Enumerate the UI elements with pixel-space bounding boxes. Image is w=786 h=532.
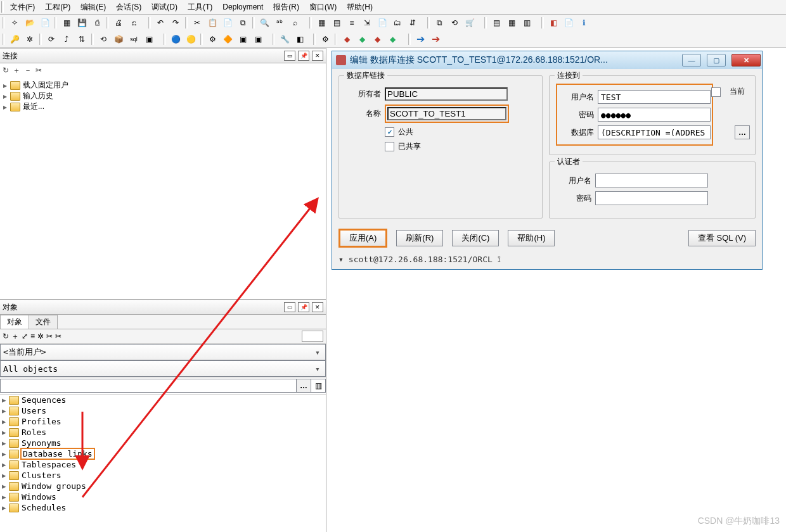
menu-deployment[interactable]: Deployment <box>217 1 268 13</box>
conn-tb-add-icon[interactable]: ＋ <box>13 65 20 76</box>
pwd-field[interactable] <box>598 108 711 122</box>
tb2-o-icon[interactable]: ◧ <box>293 32 307 46</box>
tb-i3-icon[interactable]: ▥ <box>520 16 534 30</box>
objects-filter-opt-button[interactable]: ▥ <box>311 379 326 393</box>
conn-tb-refresh-icon[interactable]: ↻ <box>3 66 9 75</box>
objects-filter-input[interactable] <box>0 379 297 393</box>
tb-grid-icon[interactable]: ▦ <box>60 16 74 30</box>
tb-h3-icon[interactable]: 🛒 <box>463 16 477 30</box>
tb-redo-icon[interactable]: ↷ <box>169 16 183 30</box>
tab-objects[interactable]: 对象 <box>0 315 29 329</box>
tb2-key-icon[interactable]: 🔑 <box>8 32 22 46</box>
objtb-c-icon[interactable]: ≡ <box>30 332 35 341</box>
conn-tb-remove-icon[interactable]: － <box>24 65 32 76</box>
expand-icon[interactable]: ▸ <box>0 406 8 415</box>
menu-tools[interactable]: 工具(T) <box>183 1 217 14</box>
connect-dock-icon[interactable]: ▭ <box>284 51 295 61</box>
tb-h1-icon[interactable]: ⧉ <box>432 16 446 30</box>
tb2-d-icon[interactable]: ⤴ <box>60 32 74 46</box>
tb2-fwd-icon[interactable]: ➔ <box>428 32 442 46</box>
conn-tb-cut-icon[interactable]: ✂ <box>35 66 42 75</box>
dialog-titlebar[interactable]: 编辑 数据库连接 SCOTT_TO_TEST1@172.26.68.188:15… <box>332 51 762 69</box>
apply-button[interactable]: 应用(A) <box>338 229 387 248</box>
tb-open-icon[interactable]: 📂 <box>23 16 37 30</box>
user-field[interactable] <box>598 90 711 104</box>
objects-tree-item[interactable]: ▸Users <box>0 405 326 416</box>
expand-icon[interactable]: ▸ <box>0 417 8 426</box>
objects-tree-item[interactable]: ▸Roles <box>0 427 326 438</box>
tb-doc-icon[interactable]: 📄 <box>38 16 52 30</box>
tb-j1-icon[interactable]: ◧ <box>546 16 560 30</box>
expand-icon[interactable]: ▸ <box>0 492 8 502</box>
tb-find-icon[interactable]: 🔍 <box>257 16 271 30</box>
tb2-e-icon[interactable]: ⇅ <box>75 32 89 46</box>
objtb-d-icon[interactable]: ✲ <box>37 332 44 341</box>
expand-icon[interactable]: ▸ <box>0 481 8 491</box>
menu-edit[interactable]: 编辑(E) <box>75 1 111 14</box>
tb-g5-icon[interactable]: 📄 <box>375 16 389 30</box>
window-close-button[interactable]: ✕ <box>731 54 761 66</box>
db-browse-button[interactable]: … <box>735 125 750 139</box>
objects-tree-item[interactable]: ▸Windows <box>0 491 326 502</box>
objects-tree-item[interactable]: ▸Database links <box>0 448 326 459</box>
view-sql-button[interactable]: 查看 SQL (V) <box>688 230 756 246</box>
tb-printprev-icon[interactable]: ⎌ <box>127 16 141 30</box>
objtb-b-icon[interactable]: ⤢ <box>22 332 28 341</box>
objtb-f-icon[interactable]: ✂ <box>55 332 61 341</box>
tb2-m-icon[interactable]: ▣ <box>236 32 250 46</box>
tb-g2-icon[interactable]: ▤ <box>330 16 344 30</box>
tb-new-icon[interactable]: ✧ <box>8 16 22 30</box>
objects-tree[interactable]: ▸Sequences▸Users▸Profiles▸Roles▸Synonyms… <box>0 394 326 532</box>
tb-g3-icon[interactable]: ≡ <box>345 16 359 30</box>
tb-g4-icon[interactable]: ⇲ <box>360 16 374 30</box>
auth-pwd-field[interactable] <box>595 191 708 205</box>
tb-g7-icon[interactable]: ⇵ <box>406 16 420 30</box>
tb2-l-icon[interactable]: 🔶 <box>221 32 235 46</box>
tb2-h-icon[interactable]: ▣ <box>142 32 156 46</box>
menu-help[interactable]: 帮助(H) <box>342 1 378 14</box>
menu-file[interactable]: 文件(F) <box>5 1 40 14</box>
status-pin-icon[interactable]: ⟟ <box>498 254 501 264</box>
tb-saveall-icon[interactable]: ⎙ <box>90 16 104 30</box>
tb2-k-icon[interactable]: ⚙ <box>205 32 219 46</box>
tb-dup-icon[interactable]: ⧉ <box>236 16 250 30</box>
current-checkbox[interactable] <box>711 87 721 97</box>
db-field[interactable] <box>598 125 711 139</box>
objtb-add-icon[interactable]: ＋ <box>11 331 19 342</box>
objects-dock-icon[interactable]: ▭ <box>284 302 295 312</box>
tb-undo-icon[interactable]: ↶ <box>153 16 167 30</box>
connect-tree[interactable]: ▸载入固定用户 ▸输入历史 ▸最近... <box>0 77 326 300</box>
menu-project[interactable]: 工程(P) <box>40 1 75 14</box>
tb2-p4-icon[interactable]: ◆ <box>385 32 399 46</box>
objects-tree-item[interactable]: ▸Schedules <box>0 502 326 513</box>
expand-icon[interactable]: ▸ <box>0 449 8 459</box>
tree-label[interactable]: 载入固定用户 <box>22 80 70 91</box>
refresh-button[interactable]: 刷新(R) <box>396 230 443 246</box>
window-maximize-button[interactable]: ▢ <box>707 54 726 66</box>
expand-icon[interactable]: ▸ <box>1 103 9 111</box>
tb-cut-icon[interactable]: ✂ <box>190 16 204 30</box>
menu-debug[interactable]: 调试(D) <box>146 1 183 14</box>
shared-checkbox[interactable] <box>385 142 394 151</box>
tb2-i-icon[interactable]: 🔵 <box>169 32 183 46</box>
objects-user-dropdown[interactable]: <当前用户> ▾ <box>0 344 326 360</box>
tb2-p3-icon[interactable]: ◆ <box>370 32 384 46</box>
auth-user-field[interactable] <box>595 174 708 187</box>
expand-icon[interactable]: ▸ <box>0 460 8 469</box>
menu-window[interactable]: 窗口(W) <box>304 1 342 14</box>
tb-g1-icon[interactable]: ▦ <box>314 16 328 30</box>
expand-icon[interactable]: ▸ <box>0 428 8 437</box>
tb2-p2-icon[interactable]: ◆ <box>355 32 369 46</box>
tb-i2-icon[interactable]: ▦ <box>505 16 519 30</box>
tb-j2-icon[interactable]: 📄 <box>562 16 576 30</box>
status-chevron-icon[interactable]: ▾ <box>338 255 344 264</box>
expand-icon[interactable]: ▸ <box>0 395 8 405</box>
tb2-b-icon[interactable]: ✲ <box>23 32 37 46</box>
tb2-f-icon[interactable]: ⟲ <box>96 32 110 46</box>
help-button[interactable]: 帮助(H) <box>508 230 555 246</box>
objects-tree-item[interactable]: ▸Synonyms <box>0 438 326 448</box>
tb-i1-icon[interactable]: ▤ <box>489 16 503 30</box>
expand-icon[interactable]: ▸ <box>0 471 8 480</box>
tb2-wrench-icon[interactable]: 🔧 <box>278 32 292 46</box>
tb2-j-icon[interactable]: 🟡 <box>184 32 198 46</box>
